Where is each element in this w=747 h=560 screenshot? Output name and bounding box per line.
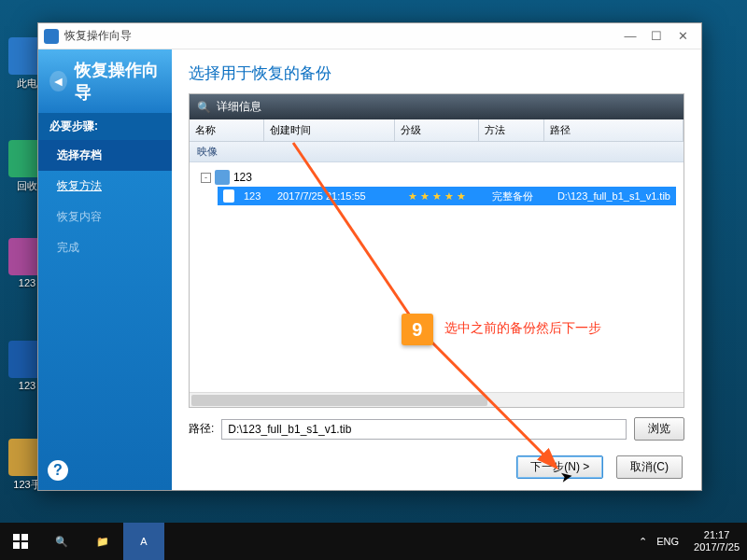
col-name[interactable]: 名称 bbox=[190, 119, 264, 141]
clock-date: 2017/7/25 bbox=[694, 541, 740, 553]
task-app-icon[interactable]: A bbox=[123, 523, 164, 560]
sidebar-step-0[interactable]: 选择存档 bbox=[38, 140, 172, 171]
group-label: 映像 bbox=[190, 142, 684, 162]
wizard-heading: 恢复操作向导 bbox=[75, 59, 161, 104]
wizard-window: 恢复操作向导 — ☐ ✕ ◄ 恢复操作向导 必要步骤: 选择存档恢复方法恢复内容… bbox=[37, 22, 702, 491]
help-icon[interactable]: ? bbox=[48, 460, 68, 481]
svg-rect-3 bbox=[21, 534, 28, 540]
taskbar[interactable]: 🔍 📁 A ⌃ ENG 21:17 2017/7/25 bbox=[0, 523, 747, 560]
col-method[interactable]: 方法 bbox=[479, 119, 544, 141]
wizard-footer: 下一步(N) > 取消(C) bbox=[189, 450, 684, 479]
tray-chevron-icon[interactable]: ⌃ bbox=[639, 536, 647, 548]
path-row: 路径: 浏览 bbox=[189, 417, 684, 441]
app-icon bbox=[44, 29, 59, 44]
path-input[interactable] bbox=[221, 419, 627, 440]
wizard-sidebar: ◄ 恢复操作向导 必要步骤: 选择存档恢复方法恢复内容完成 ? bbox=[38, 49, 172, 490]
col-path[interactable]: 路径 bbox=[544, 119, 684, 141]
sidebar-subheading: 必要步骤: bbox=[38, 113, 172, 140]
minimize-button[interactable]: — bbox=[617, 27, 643, 46]
horizontal-scrollbar[interactable] bbox=[190, 392, 684, 407]
row-created: 2017/7/25 21:15:55 bbox=[272, 189, 402, 203]
system-tray[interactable]: ⌃ ENG bbox=[631, 536, 686, 548]
sidebar-footer: ? bbox=[38, 451, 172, 490]
root-label: 123 bbox=[233, 171, 252, 184]
maximize-button[interactable]: ☐ bbox=[643, 27, 669, 46]
annotation-text: 选中之前的备份然后下一步 bbox=[444, 320, 601, 337]
col-rating[interactable]: 分级 bbox=[395, 119, 479, 141]
row-rating: ★ ★ ★ ★ ★ bbox=[402, 189, 486, 204]
row-name: 123 bbox=[238, 189, 266, 203]
close-button[interactable]: ✕ bbox=[669, 27, 696, 46]
backup-tree[interactable]: - 123 123 2017/7/25 21:15:55 ★ ★ ★ ★ ★ 完… bbox=[190, 162, 684, 392]
panel-title: 详细信息 bbox=[217, 99, 261, 115]
details-icon: 🔍 bbox=[197, 101, 211, 114]
annotation-badge: 9 bbox=[402, 314, 433, 345]
clock-time: 21:17 bbox=[694, 529, 740, 541]
tree-root-node[interactable]: - 123 bbox=[197, 168, 676, 187]
page-title: 选择用于恢复的备份 bbox=[189, 63, 684, 84]
backup-row-selected[interactable]: 123 2017/7/25 21:15:55 ★ ★ ★ ★ ★ 完整备份 D:… bbox=[218, 187, 676, 205]
svg-rect-4 bbox=[13, 542, 20, 549]
column-headers: 名称 创建时间 分级 方法 路径 bbox=[190, 119, 684, 142]
backup-item-icon bbox=[223, 189, 234, 203]
search-icon[interactable]: 🔍 bbox=[41, 523, 82, 560]
cancel-button[interactable]: 取消(C) bbox=[616, 455, 683, 479]
sidebar-header: ◄ 恢复操作向导 bbox=[38, 49, 172, 113]
row-path: D:\123_full_b1_s1_v1.tib bbox=[552, 189, 676, 203]
col-created[interactable]: 创建时间 bbox=[264, 119, 395, 141]
backup-panel: 🔍 详细信息 名称 创建时间 分级 方法 路径 映像 - 123 bbox=[189, 93, 684, 408]
svg-rect-5 bbox=[21, 542, 28, 549]
back-icon[interactable]: ◄ bbox=[49, 71, 67, 91]
sidebar-step-2[interactable]: 恢复内容 bbox=[38, 202, 172, 232]
svg-rect-2 bbox=[13, 534, 20, 540]
explorer-icon[interactable]: 📁 bbox=[82, 523, 123, 560]
window-title: 恢复操作向导 bbox=[64, 28, 617, 44]
titlebar[interactable]: 恢复操作向导 — ☐ ✕ bbox=[38, 23, 701, 49]
row-method: 完整备份 bbox=[486, 188, 552, 205]
tray-lang[interactable]: ENG bbox=[656, 536, 679, 547]
sidebar-step-3[interactable]: 完成 bbox=[38, 232, 172, 263]
disk-icon bbox=[215, 170, 230, 185]
panel-header: 🔍 详细信息 bbox=[190, 94, 684, 119]
main-pane: 选择用于恢复的备份 🔍 详细信息 名称 创建时间 分级 方法 路径 映像 - bbox=[172, 49, 701, 490]
browse-button[interactable]: 浏览 bbox=[634, 417, 684, 441]
scroll-thumb[interactable] bbox=[191, 395, 487, 406]
taskbar-clock[interactable]: 21:17 2017/7/25 bbox=[686, 529, 747, 553]
path-label: 路径: bbox=[189, 421, 214, 437]
start-button[interactable] bbox=[0, 523, 41, 560]
collapse-icon[interactable]: - bbox=[201, 173, 211, 183]
sidebar-step-1[interactable]: 恢复方法 bbox=[38, 171, 172, 202]
